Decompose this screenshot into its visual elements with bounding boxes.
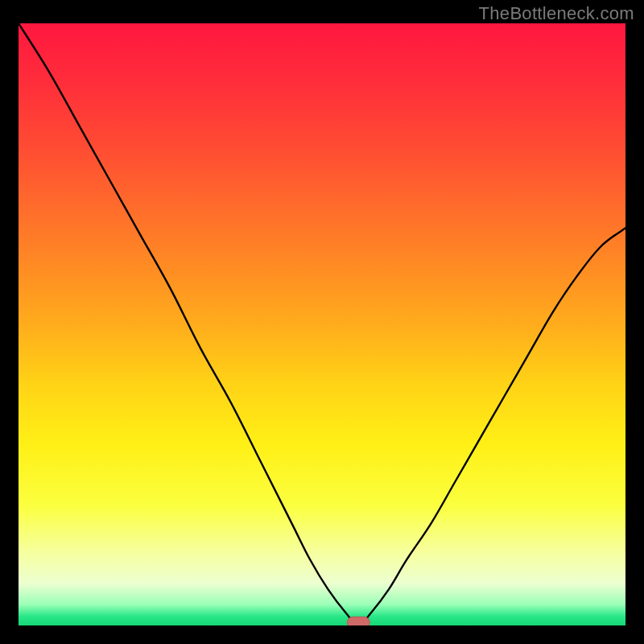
- chart-frame: TheBottleneck.com: [0, 0, 644, 644]
- bottleneck-chart: [19, 23, 625, 625]
- optimum-marker: [347, 617, 369, 625]
- gradient-background: [19, 23, 625, 625]
- watermark-text: TheBottleneck.com: [479, 3, 634, 24]
- plot-area: [19, 23, 625, 625]
